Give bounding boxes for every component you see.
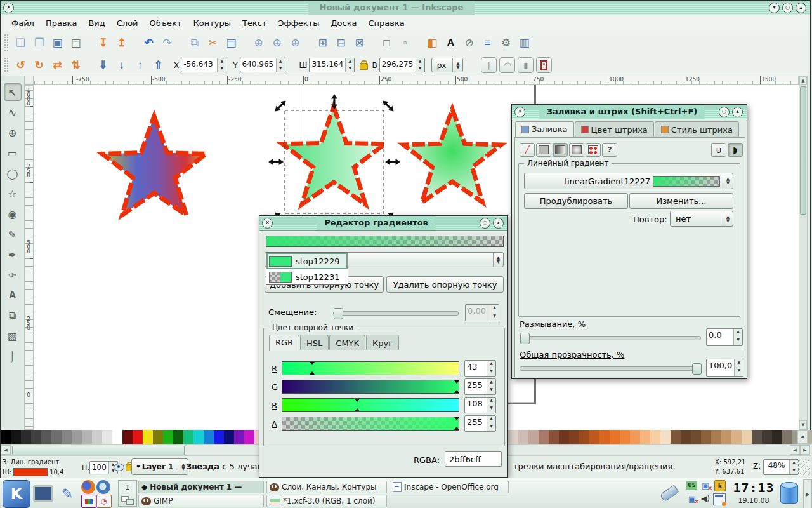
palette-swatch-59[interactable] xyxy=(599,430,610,444)
export-bitmap-icon[interactable]: ↥ xyxy=(113,34,130,51)
fill-unknown-button[interactable]: ? xyxy=(602,143,617,157)
palette-swatch-77[interactable] xyxy=(782,430,792,444)
scroll-up-arrow[interactable]: ▲ xyxy=(799,76,807,85)
calligraphy-tool[interactable]: ✑ xyxy=(4,266,22,284)
fill-flat-button[interactable] xyxy=(536,143,551,157)
offset-slider-knob[interactable] xyxy=(334,308,343,319)
scale-handle-arrow[interactable] xyxy=(268,159,284,165)
zoom-to-selection-icon[interactable]: ⊕ xyxy=(250,34,267,51)
ellipse-tool[interactable]: ◯ xyxy=(4,164,22,182)
gradient-tool[interactable]: ▧ xyxy=(4,327,22,345)
palette-swatch-4[interactable] xyxy=(41,430,51,444)
save-document-icon[interactable]: ▣ xyxy=(49,34,66,51)
palette-swatch-0[interactable] xyxy=(1,430,11,444)
menu-Доска[interactable]: Доска xyxy=(325,17,362,30)
alpha-field[interactable]: 255 ▲▼ xyxy=(464,415,496,432)
blur-field[interactable]: 0,0 ▲▼ xyxy=(706,328,743,346)
keyboard-layout-indicator[interactable]: US xyxy=(686,481,697,490)
palette-swatch-51[interactable] xyxy=(518,430,528,444)
menu-Текст[interactable]: Текст xyxy=(237,17,273,30)
rotate-90-ccw-icon[interactable]: ↺ xyxy=(12,57,29,74)
cut-icon[interactable]: ✂ xyxy=(204,34,221,51)
pen-tool[interactable]: ✒ xyxy=(4,246,22,264)
palette-swatch-5[interactable] xyxy=(51,430,62,444)
zoom-field[interactable]: 48% ▲▼ xyxy=(763,459,799,475)
print-document-icon[interactable]: ▤ xyxy=(67,34,84,51)
palette-swatch-68[interactable] xyxy=(691,430,701,444)
gradient-editor-maximize-button[interactable]: ○ xyxy=(480,218,490,229)
task-gimp[interactable]: GIMP xyxy=(138,495,264,507)
master-opacity-field[interactable]: 100,0 ▲▼ xyxy=(706,359,743,377)
palette-swatch-76[interactable] xyxy=(772,430,782,444)
tray-clock[interactable]: 17:13 xyxy=(731,479,776,496)
fill-stroke-shade-button[interactable]: ▴ xyxy=(732,107,743,117)
palette-swatch-69[interactable] xyxy=(701,430,711,444)
menu-Объект[interactable]: Объект xyxy=(144,17,188,30)
palette-swatch-61[interactable] xyxy=(620,430,630,444)
palette-swatch-56[interactable] xyxy=(569,430,579,444)
palette-swatch-6[interactable] xyxy=(62,430,72,444)
menu-Эффекты[interactable]: Эффекты xyxy=(272,17,325,30)
zoom-tool[interactable]: ⊕ xyxy=(4,124,22,142)
flip-horizontal-icon[interactable]: ⇄ xyxy=(49,57,66,74)
select-all-icon[interactable]: □ xyxy=(378,34,395,51)
x-field[interactable]: -56,643 ▲▼ xyxy=(181,58,226,72)
palette-swatch-10[interactable] xyxy=(102,430,112,444)
fill-stroke-dialog-icon[interactable]: ◧ xyxy=(424,34,441,51)
task-image[interactable]: *1.xcf-3.0 (RGB, 1 слой) xyxy=(266,495,387,507)
palette-left-arrow[interactable]: ◀ xyxy=(790,445,800,455)
width-field[interactable]: 315,164 ▲▼ xyxy=(309,58,355,72)
palette-swatch-71[interactable] xyxy=(721,430,731,444)
palette-swatch-23[interactable] xyxy=(234,430,244,444)
calendar-reminder-icon[interactable] xyxy=(713,493,726,505)
tab-fill[interactable]: Заливка xyxy=(515,121,574,137)
scroll-left-arrow[interactable]: ◀ xyxy=(1,445,11,455)
palette-swatch-2[interactable] xyxy=(21,430,31,444)
layer-visibility-eye-icon[interactable] xyxy=(114,464,124,471)
kwrite-icon[interactable]: ✎ xyxy=(57,483,77,504)
zoom-to-page-icon[interactable]: ⊕ xyxy=(287,34,304,51)
palette-swatch-3[interactable] xyxy=(31,430,41,444)
duplicate-gradient-button[interactable]: Продублировать xyxy=(524,193,628,209)
affect-rotate-toggle[interactable]: ◠ xyxy=(499,57,515,73)
presentation-document-icon[interactable]: ◔ xyxy=(96,495,112,508)
xml-editor-icon[interactable]: ⊘ xyxy=(461,34,478,51)
palette-swatch-57[interactable] xyxy=(579,430,589,444)
height-field[interactable]: 296,275 ▲▼ xyxy=(379,58,425,72)
blur-slider[interactable] xyxy=(520,336,701,340)
palette-swatch-13[interactable] xyxy=(133,430,143,444)
toolbar-grip[interactable] xyxy=(4,57,8,73)
vertical-ruler[interactable]: 10007505002500 xyxy=(25,85,34,430)
rgba-field[interactable]: 2bff6cff xyxy=(445,451,502,467)
palette-swatch-74[interactable] xyxy=(752,430,762,444)
window-maximize-button[interactable]: ○ xyxy=(782,3,793,13)
text-tool[interactable]: A xyxy=(4,286,22,304)
palette-swatch-18[interactable] xyxy=(183,430,193,444)
offset-slider[interactable] xyxy=(333,311,459,316)
palette-swatch-67[interactable] xyxy=(681,430,691,444)
duplicate-icon[interactable]: ⊞ xyxy=(314,34,331,51)
fill-stroke-indicator[interactable]: З:Лин. градиент Ш: 10,4 xyxy=(3,457,63,477)
repeat-select[interactable]: нет ▲▼ xyxy=(670,211,733,227)
palette-swatch-20[interactable] xyxy=(204,430,214,444)
task-gimp[interactable]: Слои, Каналы, Контуры xyxy=(266,481,387,493)
stop-option-1[interactable]: stop12229 xyxy=(266,253,348,269)
create-clone-icon[interactable]: ⊟ xyxy=(332,34,350,51)
green-slider[interactable] xyxy=(282,380,459,394)
palette-swatch-17[interactable] xyxy=(173,430,183,444)
copy-icon[interactable]: ⧉ xyxy=(186,34,203,51)
palette-swatch-65[interactable] xyxy=(660,430,671,444)
palette-swatch-21[interactable] xyxy=(214,430,224,444)
network-disconnected-icon[interactable]: ▣✕ xyxy=(700,480,711,490)
green-field[interactable]: 255 ▲▼ xyxy=(464,378,496,395)
palette-swatch-58[interactable] xyxy=(589,430,599,444)
palette-swatch-50[interactable] xyxy=(508,430,518,444)
gradient-editor-shade-button[interactable]: ▴ xyxy=(493,218,504,229)
star-multicolor[interactable] xyxy=(102,116,206,215)
pager-desktop-1[interactable]: 1 xyxy=(119,481,136,493)
lock-ratio-icon[interactable] xyxy=(360,63,368,70)
desktop-access-icon[interactable] xyxy=(33,483,53,504)
deselect-icon[interactable]: ▫ xyxy=(396,34,414,51)
palette-swatch-62[interactable] xyxy=(630,430,640,444)
konqueror-icon[interactable] xyxy=(96,480,110,494)
